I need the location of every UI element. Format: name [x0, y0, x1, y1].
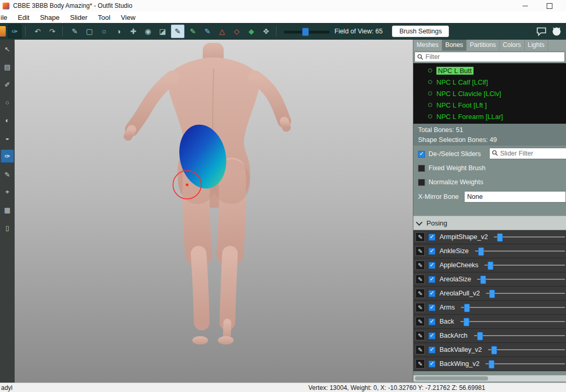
weight-paint-brush-icon[interactable]: ✎ — [171, 25, 184, 38]
tab-bones[interactable]: Bones — [442, 40, 467, 51]
slider-track[interactable] — [486, 363, 565, 364]
slider-handle[interactable] — [480, 276, 486, 284]
x-mirror-dropdown[interactable]: None — [464, 191, 566, 203]
menu-view[interactable]: View — [115, 14, 141, 21]
slider-track[interactable] — [460, 321, 565, 322]
slider-handle[interactable] — [489, 360, 494, 369]
horizontal-scrollbar[interactable] — [413, 375, 566, 382]
mask-rect-icon[interactable]: ▢ — [83, 25, 96, 38]
edit-slider-icon[interactable] — [415, 232, 425, 242]
chat-icon[interactable] — [536, 27, 547, 36]
fixed-weight-brush-checkbox[interactable] — [418, 165, 425, 172]
bone-item[interactable]: NPC L Calf [LClf] — [413, 76, 566, 88]
mask-brush-icon[interactable]: ▤ — [1, 61, 14, 73]
mask-half-icon[interactable]: ◑ — [112, 25, 125, 38]
edit-slider-icon[interactable] — [415, 275, 425, 284]
slider-handle[interactable] — [497, 233, 503, 242]
alpha-brush-icon[interactable]: ⌖ — [1, 186, 14, 198]
load-brush-icon[interactable]: ✑ — [8, 25, 21, 38]
bone-filter-input[interactable] — [425, 52, 563, 62]
mask-blob-icon[interactable]: ◉ — [142, 25, 154, 38]
move-tool-icon[interactable]: ✥ — [260, 25, 272, 38]
edit-slider-icon[interactable] — [415, 246, 425, 256]
undo-icon[interactable]: ↶ — [31, 25, 44, 38]
github-icon[interactable] — [551, 27, 562, 36]
eraser-icon[interactable]: ◪ — [156, 25, 169, 38]
inflate-brush-icon[interactable]: ○ — [1, 96, 14, 109]
scrollbar-thumb[interactable] — [415, 376, 488, 381]
slider-handle[interactable] — [491, 346, 497, 354]
deflate-brush-icon[interactable]: ◐ — [1, 114, 14, 126]
diamond-red-icon[interactable]: ◇ — [230, 25, 243, 38]
tab-lights[interactable]: Lights — [525, 40, 548, 51]
menu-file[interactable]: ile — [0, 14, 13, 21]
mask-pen-icon[interactable]: ✎ — [68, 25, 81, 38]
tab-partitions[interactable]: Partitions — [467, 40, 500, 51]
menu-tool[interactable]: Tool — [93, 14, 115, 21]
triangle-red-icon[interactable]: △ — [216, 25, 228, 38]
field-of-view-slider[interactable] — [284, 28, 329, 35]
menu-edit[interactable]: Edit — [13, 14, 34, 21]
posing-section-header[interactable]: Posing — [413, 216, 566, 230]
mask-plus-icon[interactable]: ✚ — [127, 25, 140, 38]
maximize-button[interactable] — [540, 0, 558, 11]
slider-track[interactable] — [488, 349, 565, 350]
viewport-3d[interactable] — [15, 40, 413, 383]
slider-filter-input[interactable] — [500, 148, 565, 159]
slider-handle[interactable] — [478, 247, 484, 256]
brush-settings-button[interactable]: Brush Settings — [392, 26, 449, 37]
pen-icon[interactable]: ✐ — [1, 78, 14, 91]
slider-enabled-checkbox[interactable] — [429, 248, 435, 255]
pointer-icon[interactable]: ↖ — [1, 43, 14, 55]
pen-blue-icon[interactable]: ✎ — [201, 25, 214, 38]
tab-meshes[interactable]: Meshes — [413, 40, 442, 51]
diamond-green-icon[interactable]: ◆ — [245, 25, 258, 38]
slider-handle[interactable] — [464, 318, 469, 326]
slider-track[interactable] — [484, 265, 565, 266]
slider-track[interactable] — [474, 335, 565, 336]
bone-item[interactable]: NPC L Forearm [LLar] — [413, 111, 566, 122]
smooth-brush-icon[interactable]: ◒ — [1, 132, 14, 144]
slider-handle[interactable] — [489, 290, 495, 298]
slider-enabled-checkbox[interactable] — [429, 234, 435, 241]
bone-item[interactable]: NPC L Clavicle [LClv] — [413, 88, 566, 99]
slider-track[interactable] — [461, 307, 565, 308]
pen-green-icon[interactable]: ✎ — [187, 25, 199, 38]
tab-colors[interactable]: Colors — [500, 40, 525, 51]
menu-slider[interactable]: Slider — [65, 14, 93, 21]
slider-enabled-checkbox[interactable] — [429, 347, 435, 353]
minimize-button[interactable] — [516, 0, 534, 11]
slider-enabled-checkbox[interactable] — [429, 361, 435, 367]
slider-enabled-checkbox[interactable] — [429, 276, 435, 283]
slider-track[interactable] — [475, 251, 565, 252]
weight-brush-icon[interactable]: ✑ — [1, 149, 14, 163]
bone-item[interactable]: NPC L Foot [Lft ] — [413, 99, 566, 111]
slider-handle[interactable] — [477, 332, 483, 340]
fov-slider-handle[interactable] — [302, 28, 309, 36]
slider-enabled-checkbox[interactable] — [429, 262, 435, 269]
redo-icon[interactable]: ↷ — [46, 25, 59, 38]
color-brush-icon[interactable]: ✎ — [1, 168, 14, 181]
slider-handle[interactable] — [488, 262, 493, 270]
slider-handle[interactable] — [464, 304, 470, 312]
slider-enabled-checkbox[interactable] — [429, 318, 435, 325]
normalize-weights-checkbox[interactable] — [418, 179, 425, 186]
edit-slider-icon[interactable] — [415, 260, 425, 270]
slider-enabled-checkbox[interactable] — [429, 304, 435, 311]
grid-icon[interactable]: ▦ — [1, 204, 14, 216]
bone-item[interactable]: NPC L Butt — [413, 65, 566, 76]
slider-track[interactable] — [486, 293, 565, 294]
edit-slider-icon[interactable] — [415, 345, 425, 354]
slider-track[interactable] — [494, 236, 565, 237]
edit-slider-icon[interactable] — [415, 331, 425, 340]
edit-slider-icon[interactable] — [415, 359, 425, 369]
mask-circle-icon[interactable]: ○ — [98, 25, 110, 38]
slider-enabled-checkbox[interactable] — [429, 290, 435, 297]
menu-shape[interactable]: Shape — [34, 14, 65, 21]
slider-track[interactable] — [477, 279, 565, 280]
bar-icon[interactable]: ▯ — [1, 221, 14, 234]
edit-slider-icon[interactable] — [415, 303, 425, 312]
clipped-toolbar-icon[interactable] — [0, 26, 6, 37]
deselect-sliders-checkbox[interactable] — [418, 151, 425, 158]
edit-slider-icon[interactable] — [415, 317, 425, 326]
